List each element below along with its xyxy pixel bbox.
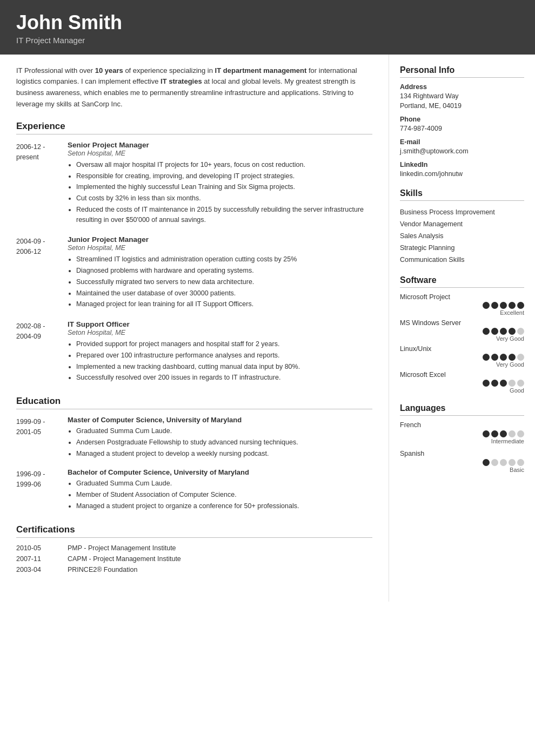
edu-degree: Bachelor of Computer Science, University… [68, 468, 372, 476]
exp-content: Junior Project Manager Seton Hospital, M… [68, 235, 372, 310]
exp-bullets: Oversaw all major hospital IT projects f… [68, 160, 372, 225]
dot-filled [500, 328, 507, 335]
dot-filled [483, 354, 490, 361]
language-name: Spanish [400, 450, 524, 457]
exp-role: IT Support Officer [68, 320, 372, 328]
edu-bullets: Graduated Summa Cum Laude.Andersen Postg… [68, 426, 372, 458]
exp-bullet: Successfully resolved over 200 issues in… [76, 373, 372, 383]
dot-filled [509, 302, 516, 309]
exp-date-to: present [16, 153, 39, 161]
cert-date: 2007-11 [16, 555, 68, 563]
software-level-label: Good [400, 387, 524, 394]
dot-filled [483, 459, 490, 466]
language-level-label: Intermediate [400, 438, 524, 444]
cert-date: 2003-04 [16, 566, 68, 573]
dots-row [400, 354, 524, 361]
software-level-label: Excellent [400, 309, 524, 316]
edu-date-from: 1996-09 - [16, 470, 45, 478]
language-name: French [400, 421, 524, 429]
dot-filled [500, 430, 507, 437]
software-name: Microsoft Excel [400, 371, 524, 379]
edu-degree: Master of Computer Science, University o… [68, 416, 372, 424]
dot-filled [509, 328, 516, 335]
dots-row [400, 302, 524, 309]
edu-date-to: 2001-05 [16, 428, 41, 436]
exp-bullets: Streamlined IT logistics and administrat… [68, 254, 372, 309]
cert-date: 2010-05 [16, 544, 68, 552]
software-item: Microsoft Project Excellent [400, 293, 524, 316]
dot-filled [491, 354, 498, 361]
exp-bullet: Responsible for creating, improving, and… [76, 171, 372, 181]
exp-bullet: Prepared over 100 infrastructure perform… [76, 350, 372, 361]
exp-bullet: Implemented a new tracking dashboard, cu… [76, 362, 372, 372]
exp-date-to: 2004-09 [16, 333, 41, 340]
edu-dates: 1999-09 - 2001-05 [16, 416, 68, 460]
edu-bullet: Member of Student Association of Compute… [76, 490, 372, 500]
dot-empty [500, 459, 507, 466]
exp-dates: 2006-12 - present [16, 141, 68, 226]
exp-bullet: Reduced the costs of IT maintenance in 2… [76, 205, 372, 225]
dots-row [400, 430, 524, 437]
right-column: Personal Info Address 134 Rightward WayP… [389, 55, 535, 500]
personal-info-field: Phone 774-987-4009 [400, 116, 524, 134]
edu-bullet: Graduated Summa Cum Laude. [76, 426, 372, 436]
dot-filled [509, 354, 516, 361]
software-item: Microsoft Excel Good [400, 371, 524, 394]
dot-filled [483, 380, 490, 387]
language-level-label: Basic [400, 467, 524, 473]
dot-filled [483, 430, 490, 437]
candidate-title: IT Project Manager [16, 36, 519, 45]
skill-item: Sales Analysis [400, 230, 524, 242]
info-value: 134 Rightward WayPortland, ME, 04019 [400, 91, 524, 112]
exp-bullet: Managed project for lean training for al… [76, 299, 372, 309]
personal-info-field: Address 134 Rightward WayPortland, ME, 0… [400, 83, 524, 112]
certifications-section: Certifications 2010-05 PMP - Project Man… [16, 524, 372, 573]
experience-entry: 2004-09 - 2006-12 Junior Project Manager… [16, 235, 372, 310]
dot-empty [517, 459, 524, 466]
software-level-label: Very Good [400, 335, 524, 342]
experience-section-title: Experience [16, 121, 372, 134]
dot-filled [483, 328, 490, 335]
exp-role: Junior Project Manager [68, 235, 372, 244]
software-title: Software [400, 275, 524, 288]
dot-empty [509, 459, 516, 466]
education-entry: 1999-09 - 2001-05 Master of Computer Sci… [16, 416, 372, 460]
exp-bullet: Implemented the highly successful Lean T… [76, 182, 372, 192]
dot-filled [500, 302, 507, 309]
language-item: French Intermediate [400, 421, 524, 444]
dot-empty [509, 380, 516, 387]
info-label: E-mail [400, 138, 524, 146]
exp-bullet: Maintained the user database of over 300… [76, 288, 372, 299]
personal-info-section: Personal Info Address 134 Rightward WayP… [400, 65, 524, 179]
skill-item: Strategic Planning [400, 242, 524, 254]
dot-filled [500, 380, 507, 387]
languages-title: Languages [400, 403, 524, 416]
info-label: LinkedIn [400, 161, 524, 168]
dot-empty [517, 430, 524, 437]
header: John Smith IT Project Manager [0, 0, 535, 55]
software-section: Software Microsoft Project Excellent MS … [400, 275, 524, 394]
skill-item: Business Process Improvement [400, 206, 524, 218]
dot-filled [500, 354, 507, 361]
edu-bullet: Andersen Postgraduate Fellowship to stud… [76, 437, 372, 448]
education-section: Education 1999-09 - 2001-05 Master of Co… [16, 396, 372, 512]
exp-date-from: 2002-08 - [16, 322, 45, 330]
cert-name: PMP - Project Management Institute [68, 544, 176, 552]
edu-bullets: Graduated Summa Cum Laude.Member of Stud… [68, 478, 372, 511]
experience-entry: 2006-12 - present Senior Project Manager… [16, 141, 372, 226]
exp-bullet: Provided support for project managers an… [76, 339, 372, 349]
cert-entry: 2003-04 PRINCE2® Foundation [16, 566, 372, 573]
dots-row [400, 380, 524, 387]
edu-bullet: Graduated Summa Cum Laude. [76, 478, 372, 489]
skills-title: Skills [400, 188, 524, 201]
edu-bullet: Managed a student project to develop a w… [76, 449, 372, 459]
exp-dates: 2002-08 - 2004-09 [16, 320, 68, 384]
info-value: 774-987-4009 [400, 124, 524, 134]
dot-filled [491, 430, 498, 437]
exp-date-from: 2004-09 - [16, 238, 45, 245]
skills-section: Skills Business Process ImprovementVendo… [400, 188, 524, 266]
left-column: IT Professional with over 10 years of ex… [0, 55, 389, 602]
edu-bullet: Managed a student project to organize a … [76, 501, 372, 511]
dot-empty [491, 459, 498, 466]
certifications-section-title: Certifications [16, 524, 372, 538]
